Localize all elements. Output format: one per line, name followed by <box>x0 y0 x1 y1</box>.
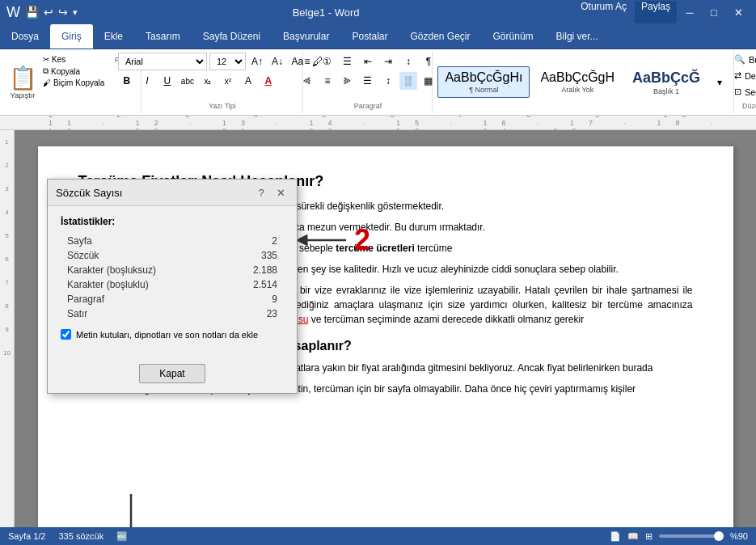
font-color-button[interactable]: A <box>260 72 277 90</box>
paste-button[interactable]: 📋 Yapıştır <box>6 53 39 112</box>
quick-save[interactable]: 💾 <box>25 6 39 19</box>
shading-button[interactable]: ░ <box>399 72 417 90</box>
stat-row-karakter-bosluksuz: Karakter (boşluksuz) 2.188 <box>61 263 284 277</box>
dialog-help-button[interactable]: ? <box>253 184 269 201</box>
cut-button[interactable]: ✂ Kes <box>40 54 107 65</box>
find-icon: 🔍 <box>734 54 745 65</box>
dialog-body: İstatistikler: Sayfa 2 Sözcük 335 Karakt… <box>48 206 297 357</box>
stat-row-paragraf: Paragraf 9 <box>61 292 284 306</box>
status-left: Sayfa 1/2 335 sözcük 🔤 <box>8 531 128 542</box>
tab-bilgi[interactable]: Bilgi ver... <box>545 24 610 49</box>
title-bar-left: W 💾 ↩ ↪ ▾ <box>6 4 78 21</box>
style-no-spacing[interactable]: AaBbÇcĞgH Aralık Yok <box>533 66 622 98</box>
ribbon-tabs: Dosya Giriş Ekle Tasarım Sayfa Düzeni Ba… <box>0 24 756 49</box>
minimize-button[interactable]: ─ <box>678 1 701 23</box>
superscript-button[interactable]: x² <box>219 72 237 90</box>
styles-more-button[interactable]: ▾ <box>711 74 729 91</box>
app-title: Belge1 - Word <box>78 6 574 19</box>
align-left-button[interactable]: ⫷ <box>298 72 316 90</box>
format-painter-button[interactable]: 🖌 Biçim Kopyala <box>40 78 107 88</box>
view-normal-icon[interactable]: 📄 <box>610 531 621 542</box>
tab-gozden-gecir[interactable]: Gözden Geçir <box>399 24 481 49</box>
paragraph-label: Paragraf <box>308 100 427 112</box>
stat-label-paragraf: Paragraf <box>67 294 104 305</box>
zoom-level: %90 <box>730 531 748 541</box>
dialog-section-title: İstatistikler: <box>61 216 284 227</box>
underline-button[interactable]: U <box>158 72 176 90</box>
dialog-box: Sözcük Sayısı ? ✕ İstatistikler: Sayfa 2… <box>47 179 298 394</box>
maximize-button[interactable]: □ <box>703 1 725 23</box>
account-label[interactable]: Oturum Aç <box>574 1 633 23</box>
tab-ekle[interactable]: Ekle <box>93 24 134 49</box>
share-label[interactable]: Paylaş <box>635 1 677 23</box>
tab-postalar[interactable]: Postalar <box>340 24 399 49</box>
align-center-button[interactable]: ≡ <box>319 72 336 90</box>
dialog-checkbox-row: Metin kutuları, dipnotları ve son notlar… <box>61 329 284 340</box>
numbering-button[interactable]: ① <box>319 53 336 70</box>
stat-row-satir: Satır 23 <box>61 306 284 321</box>
indent-increase-button[interactable]: ⇥ <box>379 53 397 70</box>
view-layout-icon[interactable]: ⊞ <box>645 531 653 542</box>
multilevel-button[interactable]: ☰ <box>339 53 357 70</box>
style-heading1[interactable]: AaBbÇcĞ Başlık 1 <box>625 65 707 99</box>
replace-button[interactable]: ⇄ Değiştir <box>731 69 756 82</box>
title-bar: W 💾 ↩ ↪ ▾ Belge1 - Word Oturum Aç Paylaş… <box>0 0 756 24</box>
tab-giris[interactable]: Giriş <box>50 24 93 49</box>
bold-button[interactable]: B <box>118 72 136 90</box>
select-label: Seç <box>745 87 756 97</box>
styles-section: AaBbÇcĞgHı ¶ Normal AaBbÇcĞgH Aralık Yok… <box>433 51 734 113</box>
close-button[interactable]: ✕ <box>727 1 750 23</box>
style-heading1-label: Başlık 1 <box>653 87 679 95</box>
stat-label-sayfa: Sayfa <box>67 235 92 247</box>
dialog-title-bar: Sözcük Sayısı ? ✕ <box>48 180 297 206</box>
copy-button[interactable]: ⧉ Kopyala <box>40 65 107 77</box>
ribbon: Dosya Giriş Ekle Tasarım Sayfa Düzeni Ba… <box>0 24 756 49</box>
highlight-button[interactable]: A <box>239 72 257 90</box>
arrow-svg <box>298 224 362 256</box>
shrink-font-button[interactable]: A↓ <box>268 53 286 70</box>
tab-sayfa-duzeni[interactable]: Sayfa Düzeni <box>192 24 272 49</box>
side-ruler: 12 3 4 5 6 7 8 9 10 <box>0 130 15 527</box>
format-painter-icon: 🖌 <box>43 78 51 87</box>
view-read-icon[interactable]: 📖 <box>627 531 639 542</box>
stat-row-karakter-bosluklu: Karakter (boşluklu) 2.514 <box>61 277 284 292</box>
editing-group: 🔍 Bul ⇄ Değiştir ⊡ Seç Düzenleme <box>734 51 756 113</box>
include-textboxes-checkbox[interactable] <box>61 329 71 340</box>
status-right: 📄 📖 ⊞ %90 <box>610 531 748 542</box>
select-button[interactable]: ⊡ Seç <box>731 85 756 99</box>
font-group: Arial 12 A↑ A↓ Aa 🖊 B I U abc x₂ x² A A <box>141 51 303 113</box>
checkbox-label: Metin kutuları, dipnotları ve son notlar… <box>76 330 258 340</box>
dialog-footer: Kapat <box>48 357 297 393</box>
dialog-close-x-button[interactable]: ✕ <box>272 184 289 201</box>
subscript-button[interactable]: x₂ <box>199 72 217 90</box>
font-name-select[interactable]: Arial <box>118 53 207 70</box>
line-spacing-button[interactable]: ↕ <box>379 72 397 90</box>
stat-label-karakter-bosluksuz: Karakter (boşluksuz) <box>67 264 156 276</box>
justify-button[interactable]: ☰ <box>359 72 377 90</box>
quick-undo[interactable]: ↩ <box>44 6 53 19</box>
quick-redo[interactable]: ↪ <box>58 6 68 19</box>
page-info: Sayfa 1/2 <box>8 531 45 541</box>
tab-gorunum[interactable]: Görünüm <box>482 24 545 49</box>
tab-tasarim[interactable]: Tasarım <box>134 24 192 49</box>
zoom-slider[interactable] <box>659 534 724 538</box>
italic-button[interactable]: I <box>138 72 156 90</box>
grow-font-button[interactable]: A↑ <box>248 53 266 70</box>
stat-value-sayfa: 2 <box>272 235 277 247</box>
dialog-close-button[interactable]: Kapat <box>139 364 205 383</box>
select-icon: ⊡ <box>734 87 741 97</box>
stat-row-sozcuk: Sözcük 335 <box>61 248 284 263</box>
find-button[interactable]: 🔍 Bul <box>731 53 756 66</box>
tab-basvurular[interactable]: Başvurular <box>272 24 340 49</box>
style-normal[interactable]: AaBbÇcĞgHı ¶ Normal <box>437 66 530 98</box>
strikethrough-button[interactable]: abc <box>179 72 196 90</box>
bullets-button[interactable]: ≡ <box>298 53 316 70</box>
indent-decrease-button[interactable]: ⇤ <box>359 53 377 70</box>
stat-value-satir: 23 <box>267 308 277 319</box>
arrow-annotation: 2 <box>298 223 370 257</box>
align-right-button[interactable]: ⫸ <box>339 72 357 90</box>
tab-dosya[interactable]: Dosya <box>0 24 50 49</box>
font-size-select[interactable]: 12 <box>209 53 246 70</box>
sort-button[interactable]: ↕ <box>399 53 417 70</box>
word-count-dialog: Sözcük Sayısı ? ✕ İstatistikler: Sayfa 2… <box>47 179 298 394</box>
